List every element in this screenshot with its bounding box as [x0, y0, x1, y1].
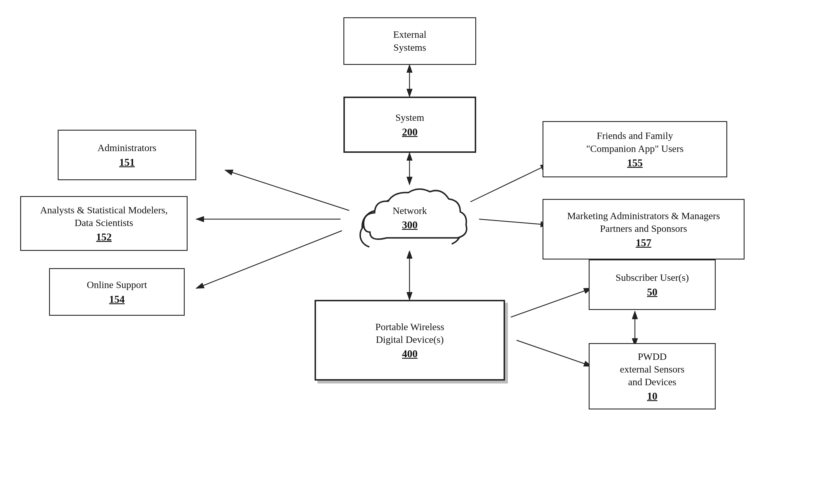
analysts-box: Analysts & Statistical Modelers, Data Sc…	[20, 196, 187, 251]
portable-wireless-number: 400	[402, 348, 418, 360]
svg-line-8	[479, 219, 548, 225]
marketing-number: 157	[636, 237, 651, 249]
online-support-title: Online Support	[87, 279, 147, 291]
administrators-title: Administrators	[97, 142, 156, 154]
svg-line-11	[516, 340, 591, 366]
subscriber-number: 50	[647, 286, 658, 298]
system-box: System 200	[343, 97, 476, 153]
network-title: Network	[393, 204, 427, 217]
svg-line-4	[225, 170, 349, 210]
svg-line-6	[196, 231, 342, 288]
network-number: 300	[402, 219, 418, 231]
online-support-number: 154	[109, 293, 125, 305]
svg-line-7	[470, 164, 548, 202]
network-cloud: Network 300	[349, 182, 470, 254]
portable-wireless-box: Portable Wireless Digital Device(s) 400	[315, 300, 505, 381]
marketing-title: Marketing Administrators & Managers Part…	[567, 210, 720, 235]
friends-family-title: Friends and Family "Companion App" Users	[586, 129, 684, 155]
system-title: System	[395, 111, 424, 124]
external-systems-title: External Systems	[393, 28, 426, 54]
subscriber-title: Subscriber User(s)	[616, 271, 689, 284]
pwdd-sensors-number: 10	[647, 390, 658, 402]
subscriber-box: Subscriber User(s) 50	[589, 259, 716, 310]
pwdd-sensors-box: PWDD external Sensors and Devices 10	[589, 343, 716, 409]
svg-line-10	[511, 288, 591, 317]
online-support-box: Online Support 154	[49, 268, 185, 316]
pwdd-sensors-title: PWDD external Sensors and Devices	[620, 350, 685, 389]
analysts-title: Analysts & Statistical Modelers, Data Sc…	[40, 204, 168, 229]
friends-family-number: 155	[627, 157, 643, 169]
diagram: External Systems System 200	[0, 0, 819, 504]
network-label: Network 300	[393, 204, 427, 231]
analysts-number: 152	[96, 231, 112, 243]
external-systems-box: External Systems	[343, 17, 476, 65]
system-number: 200	[402, 126, 418, 138]
friends-family-box: Friends and Family "Companion App" Users…	[542, 121, 727, 177]
portable-wireless-title: Portable Wireless Digital Device(s)	[375, 321, 444, 346]
administrators-box: Administrators 151	[58, 130, 196, 180]
administrators-number: 151	[119, 156, 135, 168]
marketing-box: Marketing Administrators & Managers Part…	[542, 199, 745, 259]
